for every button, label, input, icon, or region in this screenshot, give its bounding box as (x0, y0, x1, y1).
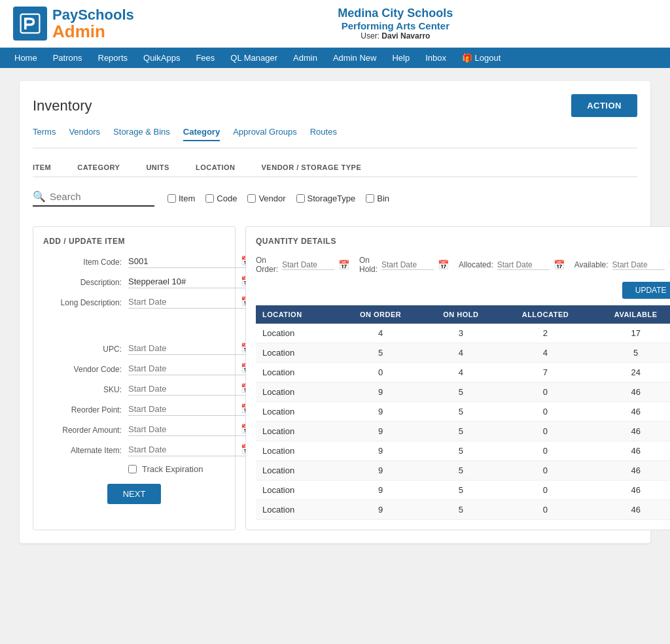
filter-bin-label[interactable]: Bin (366, 194, 389, 203)
nav-logout[interactable]: 🎁 Logout (454, 48, 508, 68)
on-hold-date-input[interactable] (381, 260, 434, 270)
cell-allocated-6: 0 (499, 441, 592, 461)
sub-tabs: Terms Vendors Storage & Bins Category Ap… (33, 127, 637, 148)
filter-code-label[interactable]: Code (205, 194, 237, 203)
table-header: LOCATION ON ORDER ON HOLD ALLOCATED AVAI… (256, 305, 670, 324)
cell-available-5: 46 (592, 422, 670, 441)
nav-admin-new[interactable]: Admin New (325, 48, 384, 68)
on-hold-filter: On Hold: 📅 (359, 256, 449, 274)
nav-patrons[interactable]: Patrons (45, 48, 90, 68)
allocated-calendar-icon[interactable]: 📅 (554, 260, 565, 270)
add-update-panel: ADD / UPDATE ITEM Item Code: 📅 Descripti… (33, 226, 236, 530)
track-expiration-checkbox[interactable] (128, 465, 137, 473)
cell-on-order-4: 9 (338, 402, 423, 422)
filter-item-checkbox[interactable] (168, 194, 176, 203)
nav-ql-manager[interactable]: QL Manager (222, 48, 285, 68)
update-button[interactable]: UPDATE (622, 282, 670, 299)
table-row: Location 9 5 0 46 (256, 441, 670, 461)
cell-on-hold-4: 5 (423, 402, 499, 422)
input-vendor-code[interactable] (128, 364, 238, 373)
table-row: Location 9 5 0 46 (256, 402, 670, 422)
inventory-card: Inventory ACTION Terms Vendors Storage &… (20, 81, 650, 543)
cell-on-order-5: 9 (338, 422, 423, 441)
on-hold-calendar-icon[interactable]: 📅 (438, 260, 449, 270)
search-input[interactable] (50, 191, 154, 202)
input-reorder-amount[interactable] (128, 424, 238, 434)
tab-category[interactable]: Category (183, 127, 220, 141)
cell-allocated-9: 0 (499, 500, 592, 520)
filter-vendor-label[interactable]: Vendor (247, 194, 285, 203)
cell-allocated-5: 0 (499, 422, 592, 441)
action-button[interactable]: ACTION (571, 94, 637, 117)
filter-storagetype-checkbox[interactable] (296, 194, 305, 203)
table-row: Location 0 4 7 24 (256, 363, 670, 382)
school-info: Medina City Schools Performing Arts Cent… (134, 7, 657, 41)
cell-on-order-3: 9 (338, 382, 423, 402)
on-order-calendar-icon[interactable]: 📅 (338, 260, 349, 270)
logo-area: PaySchools Admin (13, 7, 134, 41)
input-alternate-item[interactable] (128, 445, 238, 454)
cell-allocated-2: 7 (499, 363, 592, 382)
table-row: Location 9 5 0 46 (256, 500, 670, 520)
cell-on-hold-9: 5 (423, 500, 499, 520)
cell-available-9: 46 (592, 500, 670, 520)
nav-help[interactable]: Help (384, 48, 417, 68)
filter-code-checkbox[interactable] (205, 194, 214, 203)
input-sku[interactable] (128, 384, 238, 394)
field-long-description: Long Description: 📅 (43, 296, 225, 309)
tab-storage-bins[interactable]: Storage & Bins (113, 127, 170, 141)
main-content: Inventory ACTION Terms Vendors Storage &… (0, 68, 670, 556)
table-row: Location 9 5 0 46 (256, 461, 670, 481)
logo-text: PaySchools Admin (52, 7, 134, 40)
filter-bin-checkbox[interactable] (366, 194, 374, 203)
tab-routes[interactable]: Routes (310, 127, 337, 141)
input-reorder-point[interactable] (128, 404, 238, 414)
cell-location-8: Location (256, 481, 338, 500)
nav-home[interactable]: Home (7, 48, 45, 68)
cell-location-2: Location (256, 363, 338, 382)
cell-available-3: 46 (592, 382, 670, 402)
nav-quikapps[interactable]: QuikApps (135, 48, 188, 68)
on-order-date-input[interactable] (282, 260, 334, 270)
table-body: Location 4 3 2 17 Location 5 4 4 5 Locat… (256, 324, 670, 520)
nav-inbox[interactable]: Inbox (417, 48, 454, 68)
th-on-hold: ON HOLD (423, 305, 499, 324)
filter-vendor-checkbox[interactable] (247, 194, 256, 203)
col-item: ITEM (33, 163, 51, 171)
cell-allocated-4: 0 (499, 402, 592, 422)
input-description[interactable] (128, 277, 238, 286)
input-item-code[interactable] (128, 256, 238, 266)
nav-reports[interactable]: Reports (90, 48, 136, 68)
cell-available-2: 24 (592, 363, 670, 382)
field-upc: UPC: 📅 (43, 343, 225, 355)
tab-approval-groups[interactable]: Approval Groups (233, 127, 297, 141)
filter-item-label[interactable]: Item (168, 194, 195, 203)
available-date-input[interactable] (612, 260, 665, 270)
cell-available-7: 46 (592, 461, 670, 481)
cell-on-hold-6: 5 (423, 441, 499, 461)
nav-fees[interactable]: Fees (188, 48, 222, 68)
cell-on-hold-7: 5 (423, 461, 499, 481)
logo-icon (13, 7, 47, 41)
input-long-description[interactable] (128, 297, 238, 307)
table-row: Location 9 5 0 46 (256, 481, 670, 500)
cell-on-hold-3: 5 (423, 382, 499, 402)
cell-on-hold-8: 5 (423, 481, 499, 500)
quantity-details-panel: QUANTITY DETAILS On Order: 📅 On Hold: 📅 (245, 226, 670, 530)
next-button[interactable]: NEXT (107, 484, 162, 504)
tab-vendors[interactable]: Vendors (69, 127, 100, 141)
tab-terms[interactable]: Terms (33, 127, 56, 141)
filter-storagetype-label[interactable]: StorageType (296, 194, 356, 203)
cell-on-hold-2: 4 (423, 363, 499, 382)
col-vendor-storage: VENDOR / STORAGE TYPE (262, 163, 362, 171)
allocated-date-input[interactable] (497, 260, 550, 270)
cell-allocated-3: 0 (499, 382, 592, 402)
cell-location-7: Location (256, 461, 338, 481)
track-expiration-row: Track Expiration (128, 464, 225, 474)
cell-available-8: 46 (592, 481, 670, 500)
nav-admin[interactable]: Admin (285, 48, 325, 68)
input-upc[interactable] (128, 343, 238, 353)
field-description: Description: 📅 (43, 276, 225, 288)
field-reorder-amount: Reorder Amount: 📅 (43, 424, 225, 436)
table-row: Location 9 5 0 46 (256, 382, 670, 402)
